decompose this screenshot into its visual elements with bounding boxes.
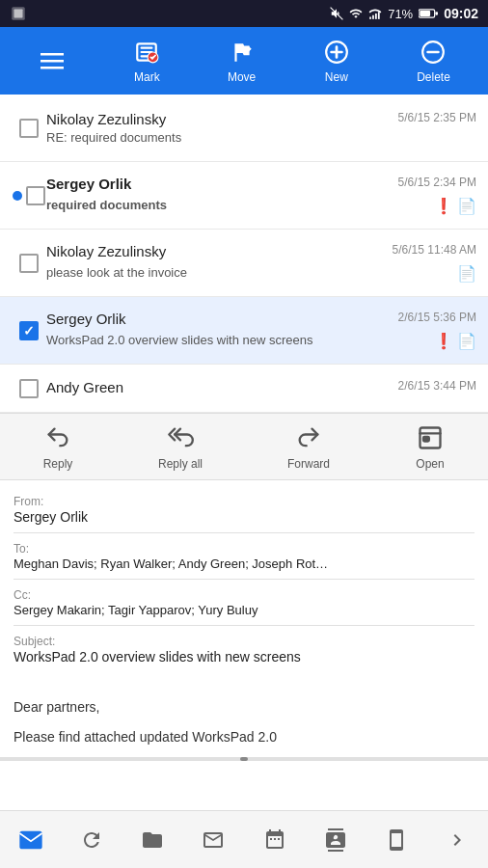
forward-icon	[293, 422, 324, 453]
new-label: New	[325, 70, 348, 84]
email-list: Nikolay Zezulinsky 5/6/15 2:35 PM RE: re…	[0, 95, 488, 413]
device-nav-icon	[385, 828, 408, 852]
subject-2: required documents	[46, 198, 167, 212]
flag-icon-2: ❗	[434, 197, 453, 215]
battery-level: 71%	[388, 7, 413, 21]
body-line-1: Dear partners,	[14, 697, 474, 718]
doc-icon-3: 📄	[457, 264, 476, 283]
folder-nav-icon	[141, 828, 164, 852]
email-icons-2: ❗ 📄	[434, 197, 476, 215]
to-field: To: Meghan Davis; Ryan Walker; Andy Gree…	[14, 539, 474, 571]
contacts-nav-icon	[324, 828, 347, 852]
divider-2	[14, 579, 474, 580]
checkbox-area-4[interactable]: ✓	[12, 321, 46, 340]
email-item-3[interactable]: Nikolay Zezulinsky 5/6/15 11:48 AM pleas…	[0, 230, 488, 297]
sender-3: Nikolay Zezulinsky	[46, 243, 166, 259]
nav-next[interactable]	[433, 816, 481, 864]
cc-field: Cc: Sergey Makarin; Tagir Yapparov; Yury…	[14, 585, 474, 617]
email-item-2[interactable]: Sergey Orlik 5/6/15 2:34 PM required doc…	[0, 162, 488, 230]
delete-button[interactable]: Delete	[407, 33, 460, 89]
divider-3	[14, 625, 474, 626]
email-content-2: Sergey Orlik 5/6/15 2:34 PM required doc…	[46, 176, 476, 215]
reply-label: Reply	[43, 457, 73, 471]
svg-rect-12	[41, 67, 64, 69]
flag-icon-4: ❗	[434, 332, 453, 350]
svg-rect-11	[41, 60, 64, 63]
nav-compose[interactable]	[189, 816, 237, 864]
date-2: 5/6/15 2:34 PM	[398, 176, 476, 189]
subject-1: RE: required documents	[46, 130, 393, 145]
refresh-nav-icon	[80, 828, 103, 852]
checkbox-4[interactable]: ✓	[19, 321, 39, 340]
delete-label: Delete	[417, 70, 450, 84]
mute-icon	[330, 7, 343, 20]
svg-rect-1	[14, 10, 23, 18]
nav-contacts[interactable]	[312, 816, 360, 864]
email-header-5: Andy Green 2/6/15 3:44 PM	[46, 379, 476, 395]
open-button[interactable]: Open	[405, 418, 455, 475]
status-right: 71% 09:02	[330, 6, 478, 21]
menu-button[interactable]	[28, 41, 76, 80]
mark-label: Mark	[134, 70, 160, 84]
signal-icon	[368, 7, 382, 20]
email-item-5[interactable]: Andy Green 2/6/15 3:44 PM	[0, 365, 488, 413]
scroll-indicator	[0, 757, 488, 761]
subject-field: Subject: WorksPad 2.0 overview slides wi…	[14, 632, 474, 665]
battery-icon	[419, 8, 438, 19]
unread-dot-2	[13, 191, 22, 201]
email-body: Dear partners, Please find attached upda…	[0, 684, 488, 757]
bottom-nav	[0, 810, 488, 868]
email-item-1[interactable]: Nikolay Zezulinsky 5/6/15 2:35 PM RE: re…	[0, 95, 488, 162]
delete-icon	[419, 38, 447, 67]
status-left	[10, 5, 27, 22]
body-line-2: Please find attached updated WorksPad 2.…	[14, 727, 474, 747]
nav-device[interactable]	[372, 816, 420, 864]
subject-value: WorksPad 2.0 overview slides with new sc…	[14, 649, 474, 665]
svg-rect-9	[436, 12, 439, 14]
mark-button[interactable]: Mark	[122, 33, 171, 89]
reply-all-icon	[165, 422, 196, 453]
checkbox-2[interactable]	[26, 186, 45, 205]
doc-icon-2: 📄	[457, 197, 476, 215]
time-display: 09:02	[444, 6, 478, 21]
email-icons-3: 📄	[457, 264, 476, 283]
sender-1: Nikolay Zezulinsky	[46, 111, 166, 127]
checkbox-area-5[interactable]	[12, 379, 46, 398]
svg-rect-10	[41, 53, 64, 56]
sender-5: Andy Green	[46, 379, 123, 395]
scroll-dot	[240, 757, 248, 761]
nav-refresh[interactable]	[68, 816, 116, 864]
email-item-4[interactable]: ✓ Sergey Orlik 2/6/15 5:36 PM WorksPad 2…	[0, 297, 488, 365]
action-bar: Reply Reply all Forward Op	[0, 413, 488, 480]
checkbox-5[interactable]	[19, 379, 39, 398]
from-label: From:	[14, 495, 43, 508]
checkbox-1[interactable]	[19, 119, 39, 138]
checkbox-3[interactable]	[19, 254, 39, 273]
nav-calendar[interactable]	[251, 816, 299, 864]
checkbox-area-3[interactable]	[12, 254, 46, 273]
open-icon	[415, 422, 446, 453]
subject-label: Subject:	[14, 635, 55, 648]
reply-button[interactable]: Reply	[33, 418, 83, 475]
checkbox-area-2[interactable]	[12, 186, 46, 205]
calendar-nav-icon	[263, 828, 286, 852]
forward-button[interactable]: Forward	[278, 418, 339, 475]
checkbox-area-1[interactable]	[12, 119, 46, 138]
email-content-3: Nikolay Zezulinsky 5/6/15 11:48 AM pleas…	[46, 243, 476, 283]
email-header-3: Nikolay Zezulinsky 5/6/15 11:48 AM	[46, 243, 476, 259]
nav-mail[interactable]	[7, 816, 55, 864]
email-header-2: Sergey Orlik 5/6/15 2:34 PM	[46, 176, 476, 192]
divider-1	[14, 532, 474, 533]
date-3: 5/6/15 11:48 AM	[393, 243, 476, 257]
mail-nav-icon	[17, 827, 44, 854]
new-icon	[322, 38, 351, 67]
move-button[interactable]: Move	[218, 33, 266, 89]
mark-icon	[132, 38, 161, 67]
reply-all-label: Reply all	[158, 457, 203, 471]
reply-all-button[interactable]: Reply all	[149, 418, 212, 475]
nav-folder[interactable]	[128, 816, 176, 864]
new-button[interactable]: New	[312, 33, 361, 89]
svg-rect-5	[375, 14, 377, 19]
status-bar: 71% 09:02	[0, 0, 488, 27]
svg-rect-6	[378, 12, 380, 19]
